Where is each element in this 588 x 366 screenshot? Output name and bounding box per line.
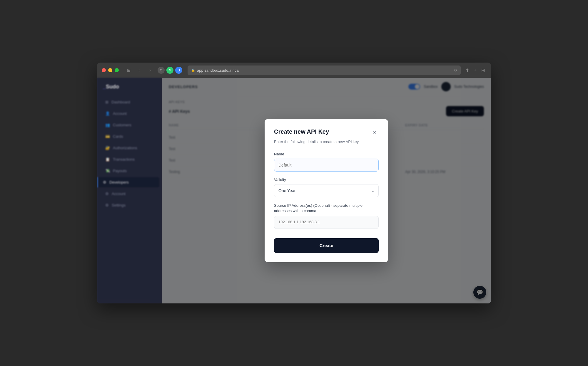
sidebar-item-label: Account (112, 192, 126, 196)
sidebar-item-customers[interactable]: 👥 Customers (99, 120, 159, 130)
settings-icon: ⚙ (105, 203, 109, 207)
name-input[interactable] (274, 159, 379, 172)
browser-controls: ⊞ ‹ › (125, 66, 154, 74)
back-button[interactable]: ‹ (135, 66, 143, 74)
validity-select[interactable]: One Year Six Months Three Months Never (274, 184, 379, 197)
name-label: Name (274, 152, 379, 156)
app-content: _Sudo ⊞ Dashboard 👤 Account 👥 Customers … (97, 78, 491, 303)
sidebar-item-label: Customers (113, 123, 131, 127)
shield-extension-icon[interactable]: ⊘ (158, 67, 165, 74)
main-area: DEVELOPERS Sandbox Sudo Technologies API… (162, 78, 491, 303)
authorizations-icon: 🔐 (105, 146, 110, 150)
dashboard-icon: ⊞ (105, 100, 108, 104)
browser-right-controls: ⬆ + ⊞ (464, 66, 486, 74)
sidebar-logo: _Sudo (97, 84, 162, 96)
sidebar-item-label: Payouts (113, 169, 127, 173)
ip-label: Source IP Address(es) (Optional) - separ… (274, 203, 379, 214)
modal-title: Create new API Key (274, 128, 329, 135)
forward-button[interactable]: › (146, 66, 154, 74)
sidebar-toggle-button[interactable]: ⊞ (125, 66, 133, 74)
lock-icon: 🔒 (191, 68, 195, 72)
share-button[interactable]: ⬆ (464, 66, 470, 74)
ip-address-input[interactable] (274, 216, 379, 229)
sidebar-item-dashboard[interactable]: ⊞ Dashboard (99, 97, 159, 107)
sidebar-item-settings[interactable]: ⚙ Settings (99, 200, 159, 210)
customers-icon: 👥 (105, 123, 110, 127)
browser-window: ⊞ ‹ › ⊘ ↻ B 🔒 app.sandbox.sudo.africa ↻ … (97, 63, 491, 303)
sidebar: _Sudo ⊞ Dashboard 👤 Account 👥 Customers … (97, 78, 162, 303)
traffic-lights (102, 68, 119, 72)
maximize-traffic-light[interactable] (115, 68, 119, 72)
sidebar-item-label: Authorizations (113, 146, 137, 150)
modal-close-button[interactable]: × (370, 128, 379, 137)
account2-icon: ⚙ (105, 192, 109, 196)
modal-subtitle: Enter the following details to create a … (274, 139, 379, 145)
url-text: app.sandbox.sudo.africa (197, 68, 239, 73)
sidebar-item-label: Transactions (113, 157, 135, 162)
green-extension-icon[interactable]: ↻ (166, 67, 173, 74)
validity-label: Validity (274, 177, 379, 182)
modal-header: Create new API Key × (274, 128, 379, 137)
address-bar[interactable]: 🔒 app.sandbox.sudo.africa ↻ (188, 66, 461, 75)
sidebar-item-developers[interactable]: ⚙ Developers (97, 177, 159, 187)
modal-overlay[interactable]: Create new API Key × Enter the following… (162, 78, 491, 303)
developers-icon: ⚙ (103, 180, 106, 184)
validity-select-wrapper: One Year Six Months Three Months Never (274, 184, 379, 197)
sidebar-item-label: Cards (113, 134, 123, 139)
cards-icon: 💳 (105, 134, 110, 139)
sidebar-item-label: Dashboard (111, 100, 130, 104)
sidebar-item-label: Settings (112, 203, 126, 207)
create-button[interactable]: Create (274, 238, 379, 253)
sidebar-item-label: Developers (109, 180, 129, 184)
ip-form-group: Source IP Address(es) (Optional) - separ… (274, 203, 379, 230)
create-api-key-modal: Create new API Key × Enter the following… (265, 119, 388, 262)
refresh-icon[interactable]: ↻ (454, 68, 457, 73)
payouts-icon: 💸 (105, 169, 110, 173)
sidebar-item-account[interactable]: 👤 Account (99, 108, 159, 119)
new-tab-button[interactable]: + (473, 66, 478, 74)
sidebar-item-account2[interactable]: ⚙ Account (99, 189, 159, 199)
validity-form-group: Validity One Year Six Months Three Month… (274, 177, 379, 197)
sidebar-item-authorizations[interactable]: 🔐 Authorizations (99, 143, 159, 153)
sidebar-item-label: Account (113, 111, 127, 116)
browser-titlebar: ⊞ ‹ › ⊘ ↻ B 🔒 app.sandbox.sudo.africa ↻ … (97, 63, 491, 78)
sidebar-item-cards[interactable]: 💳 Cards (99, 131, 159, 142)
minimize-traffic-light[interactable] (108, 68, 112, 72)
account-icon: 👤 (105, 111, 110, 116)
close-traffic-light[interactable] (102, 68, 106, 72)
name-form-group: Name (274, 152, 379, 172)
sidebar-item-payouts[interactable]: 💸 Payouts (99, 166, 159, 176)
sidebar-item-transactions[interactable]: 📋 Transactions (99, 154, 159, 164)
blue-extension-icon[interactable]: B (175, 67, 182, 74)
grid-button[interactable]: ⊞ (480, 66, 486, 74)
transactions-icon: 📋 (105, 157, 110, 162)
